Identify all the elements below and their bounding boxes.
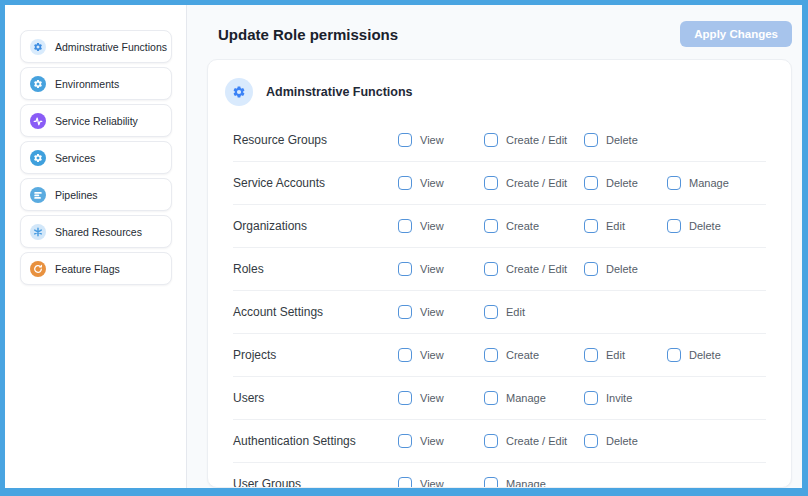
permission-option[interactable]: Delete — [667, 348, 766, 362]
permission-option[interactable]: View — [398, 133, 484, 147]
permission-option[interactable]: View — [398, 219, 484, 233]
pipeline-icon — [30, 187, 46, 203]
checkbox[interactable] — [667, 176, 681, 190]
permission-row-users: UsersViewManageInvite — [233, 376, 766, 419]
permission-label: View — [420, 134, 444, 146]
checkbox[interactable] — [398, 391, 412, 405]
permission-label: Delete — [689, 349, 721, 361]
permission-option[interactable]: Delete — [667, 219, 766, 233]
permission-option[interactable]: Manage — [667, 176, 766, 190]
permission-label: Manage — [689, 177, 729, 189]
checkbox[interactable] — [398, 133, 412, 147]
permission-option[interactable]: Delete — [584, 262, 667, 276]
checkbox[interactable] — [584, 391, 598, 405]
sidebar-item-pipelines[interactable]: Pipelines — [20, 178, 172, 211]
permission-option[interactable]: View — [398, 305, 484, 319]
permissions-panel: Adminstrative Functions Resource GroupsV… — [207, 59, 792, 488]
permission-label: View — [420, 220, 444, 232]
permission-option[interactable]: Create / Edit — [484, 133, 584, 147]
permission-option[interactable]: View — [398, 477, 484, 488]
checkbox[interactable] — [398, 477, 412, 488]
resource-label: Roles — [233, 262, 398, 276]
permission-label: Create — [506, 220, 539, 232]
sidebar-item-feature-flags[interactable]: Feature Flags — [20, 252, 172, 285]
permission-option[interactable]: View — [398, 348, 484, 362]
refresh-icon — [30, 261, 46, 277]
checkbox[interactable] — [484, 133, 498, 147]
gear-icon — [30, 39, 46, 55]
checkbox[interactable] — [584, 348, 598, 362]
permission-label: View — [420, 478, 444, 488]
checkbox[interactable] — [584, 176, 598, 190]
sidebar-item-shared-resources[interactable]: Shared Resources — [20, 215, 172, 248]
sidebar-item-label: Services — [55, 152, 95, 164]
sidebar-item-label: Adminstrative Functions — [55, 41, 167, 53]
checkbox[interactable] — [667, 219, 681, 233]
checkbox[interactable] — [398, 176, 412, 190]
resource-label: Users — [233, 391, 398, 405]
checkbox[interactable] — [484, 434, 498, 448]
permission-row-organizations: OrganizationsViewCreateEditDelete — [233, 204, 766, 247]
permission-option[interactable]: Create / Edit — [484, 176, 584, 190]
permission-option[interactable]: View — [398, 176, 484, 190]
permission-option[interactable]: Create — [484, 219, 584, 233]
permission-row-user-groups: User GroupsViewManage — [233, 462, 766, 488]
permission-label: Manage — [506, 392, 546, 404]
checkbox[interactable] — [398, 262, 412, 276]
checkbox[interactable] — [484, 305, 498, 319]
permission-label: Delete — [606, 134, 638, 146]
checkbox[interactable] — [398, 219, 412, 233]
permission-option[interactable]: Create — [484, 348, 584, 362]
permission-row-service-accounts: Service AccountsViewCreate / EditDeleteM… — [233, 161, 766, 204]
checkbox[interactable] — [667, 348, 681, 362]
checkbox[interactable] — [584, 133, 598, 147]
permission-label: View — [420, 435, 444, 447]
sidebar-item-environments[interactable]: Environments — [20, 67, 172, 100]
sidebar-list: Adminstrative FunctionsEnvironmentsServi… — [20, 30, 172, 285]
pulse-icon — [30, 113, 46, 129]
permission-option[interactable]: Edit — [484, 305, 584, 319]
permission-option[interactable]: Edit — [584, 219, 667, 233]
checkbox[interactable] — [484, 391, 498, 405]
permission-label: Delete — [606, 435, 638, 447]
permission-option[interactable]: View — [398, 434, 484, 448]
checkbox[interactable] — [484, 477, 498, 488]
permission-option[interactable]: View — [398, 391, 484, 405]
permission-label: Manage — [506, 478, 546, 488]
checkbox[interactable] — [398, 305, 412, 319]
checkbox[interactable] — [584, 434, 598, 448]
permission-option[interactable]: Edit — [584, 348, 667, 362]
permission-option[interactable]: Invite — [584, 391, 667, 405]
resource-label: Account Settings — [233, 305, 398, 319]
apply-changes-button[interactable]: Apply Changes — [680, 21, 792, 47]
permission-label: View — [420, 306, 444, 318]
checkbox[interactable] — [484, 176, 498, 190]
permission-label: View — [420, 349, 444, 361]
sidebar-item-service-reliability[interactable]: Service Reliability — [20, 104, 172, 137]
permission-option[interactable]: Manage — [484, 391, 584, 405]
permission-option[interactable]: View — [398, 262, 484, 276]
checkbox[interactable] — [484, 262, 498, 276]
checkbox[interactable] — [584, 219, 598, 233]
permission-label: Invite — [606, 392, 632, 404]
permission-option[interactable]: Create / Edit — [484, 434, 584, 448]
permission-option[interactable]: Delete — [584, 434, 667, 448]
permission-option[interactable]: Delete — [584, 133, 667, 147]
permission-label: View — [420, 392, 444, 404]
page-title: Update Role permissions — [218, 26, 398, 43]
checkbox[interactable] — [398, 348, 412, 362]
permission-option[interactable]: Manage — [484, 477, 584, 488]
sidebar-item-adminstrative-functions[interactable]: Adminstrative Functions — [20, 30, 172, 63]
checkbox[interactable] — [584, 262, 598, 276]
permissions-rows: Resource GroupsViewCreate / EditDeleteSe… — [208, 118, 791, 488]
permission-row-account-settings: Account SettingsViewEdit — [233, 290, 766, 333]
checkbox[interactable] — [398, 434, 412, 448]
permission-option[interactable]: Create / Edit — [484, 262, 584, 276]
permission-option[interactable]: Delete — [584, 176, 667, 190]
checkbox[interactable] — [484, 348, 498, 362]
main-content: Update Role permissions Apply Changes Ad… — [187, 5, 802, 488]
sidebar-item-services[interactable]: Services — [20, 141, 172, 174]
resource-label: Authentication Settings — [233, 434, 398, 448]
checkbox[interactable] — [484, 219, 498, 233]
asterisk-icon — [30, 224, 46, 240]
